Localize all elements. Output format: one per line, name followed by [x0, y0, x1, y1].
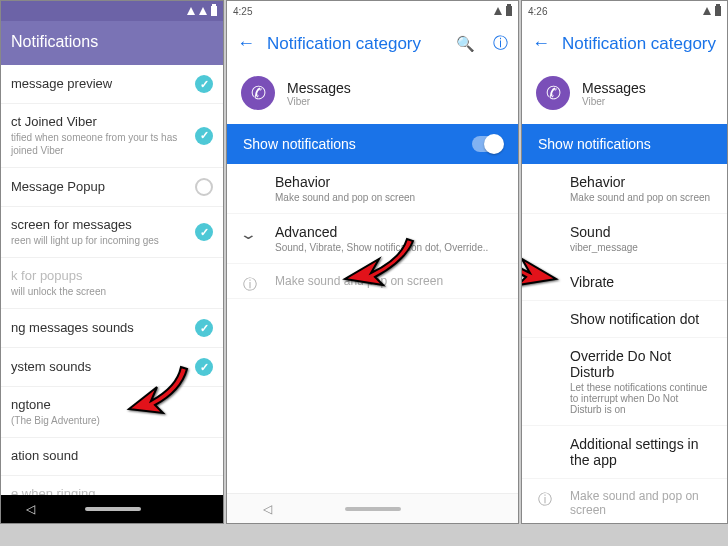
info-item: Make sound and pop on screen [227, 264, 518, 299]
item-subtitle: will unlock the screen [11, 285, 213, 298]
item-title: Behavior [275, 174, 502, 190]
item-subtitle: Make sound and pop on screen [275, 192, 502, 203]
settings-item[interactable]: message preview [1, 65, 223, 104]
checkbox-on-icon[interactable] [195, 75, 213, 93]
wifi-icon [703, 7, 711, 15]
item-title: ngtone [11, 397, 213, 412]
item-title: Behavior [570, 174, 711, 190]
item-title: Additional settings in the app [570, 436, 711, 468]
battery-icon [715, 6, 721, 16]
settings-item[interactable]: ation sound [1, 438, 223, 476]
settings-item[interactable]: ystem sounds [1, 348, 223, 387]
header: ← Notification category 🔍 ⓘ [227, 21, 518, 66]
viber-app-icon: ✆ [536, 76, 570, 110]
toggle-switch[interactable] [472, 136, 502, 152]
app-sub: Viber [287, 96, 351, 107]
settings-item[interactable]: ng messages sounds [1, 309, 223, 348]
signal-icon [199, 7, 207, 15]
item-title: Override Do Not Disturb [570, 348, 711, 380]
page-title: Notifications [1, 21, 223, 65]
nav-bar: ◁ □ [1, 495, 223, 523]
clock: 4:25 [233, 6, 252, 17]
item-title: Make sound and pop on screen [570, 489, 711, 517]
checkbox-on-icon[interactable] [195, 223, 213, 241]
item-title: Sound [570, 224, 711, 240]
settings-list: message previewct Joined Vibertified whe… [1, 65, 223, 514]
settings-item[interactable]: Message Popup [1, 168, 223, 207]
item-title: Advanced [275, 224, 502, 240]
item-subtitle: Sound, Vibrate, Show notification dot, O… [275, 242, 502, 253]
back-nav-icon[interactable]: ◁ [26, 502, 35, 516]
settings-item[interactable]: screen for messagesreen will light up fo… [1, 207, 223, 258]
app-name: Messages [582, 80, 646, 96]
home-nav-icon[interactable] [345, 507, 401, 511]
checkbox-on-icon[interactable] [195, 358, 213, 376]
viber-notifications-panel: Notifications message previewct Joined V… [0, 0, 224, 524]
status-bar [1, 1, 223, 21]
item-subtitle: Make sound and pop on screen [570, 192, 711, 203]
battery-icon [211, 6, 217, 16]
settings-item[interactable]: Soundviber_message [522, 214, 727, 264]
show-notifications-label: Show notifications [538, 136, 651, 152]
item-title: Vibrate [570, 274, 711, 290]
home-nav-icon[interactable] [85, 507, 141, 511]
item-title: Show notification dot [570, 311, 711, 327]
viber-app-icon: ✆ [241, 76, 275, 110]
clock: 4:26 [528, 6, 547, 17]
settings-item[interactable]: Vibrate [522, 264, 727, 301]
checkbox-on-icon[interactable] [195, 127, 213, 145]
page-title: Notification category [267, 34, 444, 54]
settings-item[interactable]: ngtone(The Big Adventure) [1, 387, 223, 438]
battery-icon [506, 6, 512, 16]
settings-item[interactable]: Additional settings in the app [522, 426, 727, 479]
wifi-icon [187, 7, 195, 15]
item-subtitle: viber_message [570, 242, 711, 253]
app-sub: Viber [582, 96, 646, 107]
status-bar: 4:26 [522, 1, 727, 21]
notification-category-expanded-panel: 4:26 ← Notification category ✆ Messages … [521, 0, 728, 524]
header: ← Notification category [522, 21, 727, 66]
back-icon[interactable]: ← [231, 29, 261, 58]
help-icon[interactable]: ⓘ [487, 30, 514, 57]
settings-item[interactable]: k for popupswill unlock the screen [1, 258, 223, 309]
show-notifications-row[interactable]: Show notifications [227, 124, 518, 164]
settings-item[interactable]: Show notification dot [522, 301, 727, 338]
app-row[interactable]: ✆ Messages Viber [227, 66, 518, 124]
item-title: ct Joined Viber [11, 114, 187, 129]
wifi-icon [494, 7, 502, 15]
status-bar: 4:25 [227, 1, 518, 21]
nav-bar: ◁ □ [227, 493, 518, 523]
item-title: ation sound [11, 448, 213, 463]
show-notifications-row[interactable]: Show notifications [522, 124, 727, 164]
checkbox-off-icon[interactable] [195, 178, 213, 196]
item-title: ystem sounds [11, 359, 187, 374]
settings-item[interactable]: ct Joined Vibertified when someone from … [1, 104, 223, 168]
search-icon[interactable]: 🔍 [450, 31, 481, 57]
item-title: Message Popup [11, 179, 187, 194]
settings-item[interactable]: Override Do Not DisturbLet these notific… [522, 338, 727, 426]
item-title: k for popups [11, 268, 213, 283]
page-title: Notification category [562, 34, 723, 54]
notification-category-panel: 4:25 ← Notification category 🔍 ⓘ ✆ Messa… [226, 0, 519, 524]
info-item: Make sound and pop on screen [522, 479, 727, 524]
show-notifications-label: Show notifications [243, 136, 356, 152]
settings-item[interactable]: BehaviorMake sound and pop on screen [227, 164, 518, 214]
back-icon[interactable]: ← [526, 29, 556, 58]
app-row[interactable]: ✆ Messages Viber [522, 66, 727, 124]
back-nav-icon[interactable]: ◁ [263, 502, 272, 516]
settings-item[interactable]: AdvancedSound, Vibrate, Show notificatio… [227, 214, 518, 264]
checkbox-on-icon[interactable] [195, 319, 213, 337]
item-title: Make sound and pop on screen [275, 274, 502, 288]
app-name: Messages [287, 80, 351, 96]
item-subtitle: Let these notifications continue to inte… [570, 382, 711, 415]
item-title: message preview [11, 76, 187, 91]
item-title: screen for messages [11, 217, 187, 232]
settings-item[interactable]: BehaviorMake sound and pop on screen [522, 164, 727, 214]
item-subtitle: (The Big Adventure) [11, 414, 213, 427]
item-subtitle: reen will light up for incoming ges [11, 234, 187, 247]
item-title: ng messages sounds [11, 320, 187, 335]
item-subtitle: tified when someone from your ts has joi… [11, 131, 187, 157]
